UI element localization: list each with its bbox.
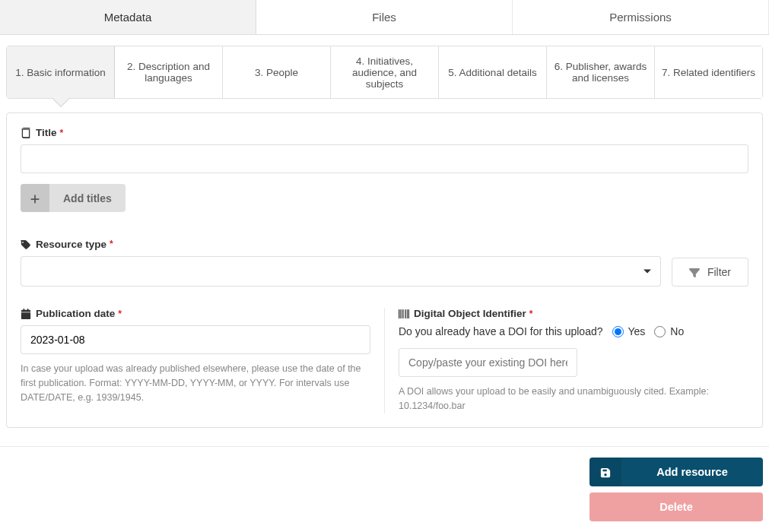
doi-no-label: No xyxy=(670,325,684,337)
doi-help: A DOI allows your upload to be easily an… xyxy=(399,385,748,413)
step-related-identifiers[interactable]: 7. Related identifiers xyxy=(655,46,762,98)
doi-radio-yes[interactable]: Yes xyxy=(612,325,646,337)
publication-date-field: Publication date* In case your upload wa… xyxy=(21,308,384,413)
step-additional-details[interactable]: 5. Additional details xyxy=(439,46,547,98)
title-label: Title xyxy=(36,127,57,138)
barcode-icon xyxy=(399,308,409,319)
book-icon xyxy=(21,127,31,138)
required-marker: * xyxy=(110,239,113,249)
resource-type-field: Resource type* xyxy=(21,238,661,286)
title-label-row: Title* xyxy=(21,127,748,138)
step-tabs: 1. Basic information 2. Description and … xyxy=(6,46,763,99)
tab-permissions[interactable]: Permissions xyxy=(513,0,769,34)
footer-buttons: Add resource Delete xyxy=(0,447,769,527)
caret-down-icon xyxy=(643,269,651,273)
step-basic-information[interactable]: 1. Basic information xyxy=(7,46,115,98)
required-marker: * xyxy=(118,309,122,319)
add-resource-button[interactable]: Add resource xyxy=(589,458,763,486)
step-description-languages[interactable]: 2. Description and languages xyxy=(115,46,223,98)
delete-label: Delete xyxy=(589,492,763,521)
doi-yes-label: Yes xyxy=(628,325,646,337)
top-tabs: Metadata Files Permissions xyxy=(0,0,769,35)
required-marker: * xyxy=(60,128,64,138)
doi-question: Do you already have a DOI for this uploa… xyxy=(399,325,603,337)
resource-type-label: Resource type xyxy=(36,239,106,250)
title-field: Title* Add titles xyxy=(21,127,748,212)
tab-metadata[interactable]: Metadata xyxy=(0,0,256,34)
two-column-row: Publication date* In case your upload wa… xyxy=(21,308,748,413)
doi-label: Digital Object Identifier xyxy=(414,308,526,319)
doi-field: Digital Object Identifier* Do you alread… xyxy=(384,308,748,413)
add-resource-label: Add resource xyxy=(621,458,763,486)
doi-radio-yes-input[interactable] xyxy=(612,326,624,337)
save-icon xyxy=(589,458,621,486)
add-titles-label: Add titles xyxy=(49,185,126,212)
filter-button[interactable]: Filter xyxy=(672,258,748,287)
doi-radio-no-input[interactable] xyxy=(654,326,666,337)
calendar-icon xyxy=(21,308,31,319)
step-publisher-awards-licenses[interactable]: 6. Publisher, awards and licenses xyxy=(547,46,655,98)
plus-icon xyxy=(21,184,49,212)
required-marker: * xyxy=(529,309,533,319)
filter-label: Filter xyxy=(707,266,731,278)
doi-input[interactable] xyxy=(399,348,577,377)
tab-files[interactable]: Files xyxy=(256,0,513,34)
delete-button[interactable]: Delete xyxy=(589,492,763,521)
filter-icon xyxy=(689,266,700,278)
doi-label-row: Digital Object Identifier* xyxy=(399,308,748,319)
publication-date-input[interactable] xyxy=(21,325,370,354)
doi-radio-row: Do you already have a DOI for this uploa… xyxy=(399,325,748,337)
add-titles-button[interactable]: Add titles xyxy=(21,184,126,212)
resource-type-select[interactable] xyxy=(21,256,661,287)
publication-date-label: Publication date xyxy=(36,308,115,319)
title-input[interactable] xyxy=(21,144,748,173)
step-initiatives-audience-subjects[interactable]: 4. Initiatives, audience, and subjects xyxy=(331,46,439,98)
form-panel: Title* Add titles Resource type* xyxy=(6,112,763,428)
tag-icon xyxy=(21,238,31,249)
content-wrap: 1. Basic information 2. Description and … xyxy=(0,35,769,434)
publication-date-label-row: Publication date* xyxy=(21,308,370,319)
step-people[interactable]: 3. People xyxy=(223,46,331,98)
resource-type-label-row: Resource type* xyxy=(21,238,661,249)
publication-date-help: In case your upload was already publishe… xyxy=(21,362,370,404)
doi-radio-no[interactable]: No xyxy=(654,325,684,337)
